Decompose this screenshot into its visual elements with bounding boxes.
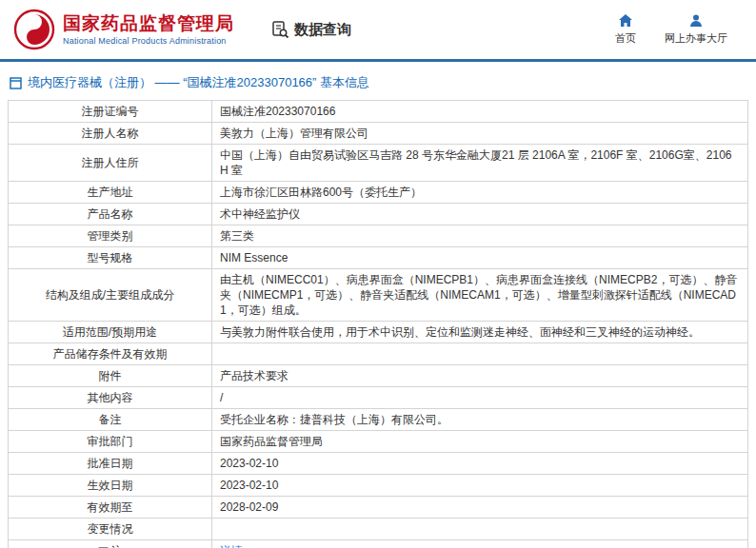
row-value: 上海市徐汇区田林路600号（委托生产）	[212, 182, 748, 204]
row-value: 产品技术要求	[212, 365, 748, 387]
home-icon	[618, 13, 633, 29]
row-label: 附件	[9, 365, 212, 387]
row-label: 变更情况	[9, 519, 212, 540]
row-label: 注册证编号	[9, 101, 212, 123]
table-row: 注册证编号国械注准20233070166	[9, 101, 748, 123]
nav-home-label: 首页	[615, 31, 636, 46]
row-label: 结构及组成/主要组成成分	[9, 269, 212, 322]
row-value: 由主机（NIMECC01）、病患界面盒（NIMECPB1）、病患界面盒连接线（N…	[212, 269, 748, 322]
row-label: 有效期至	[9, 497, 212, 519]
nmpa-emblem-icon	[13, 9, 55, 50]
info-table-body: 注册证编号国械注准20233070166注册人名称美敦力（上海）管理有限公司注册…	[9, 101, 748, 548]
row-value: 术中神经监护仪	[212, 204, 748, 225]
table-row: 变更情况	[9, 519, 748, 540]
header: 国家药品监督管理局 National Medical Products Admi…	[0, 0, 756, 59]
table-row: 生效日期2023-02-10	[9, 475, 748, 497]
row-value: 2023-02-10	[212, 475, 748, 497]
table-row: 产品储存条件及有效期	[9, 343, 748, 365]
row-value: /	[212, 387, 748, 409]
row-value: 中国（上海）自由贸易试验区马吉路 28 号东华金融大厦21 层 2106A 室，…	[212, 145, 748, 182]
row-label: 型号规格	[9, 247, 212, 269]
row-label: 产品储存条件及有效期	[9, 343, 212, 365]
nav-home[interactable]: 首页	[615, 13, 636, 46]
row-value	[212, 519, 748, 540]
row-value: NIM Essence	[212, 247, 748, 269]
row-label: 其他内容	[9, 387, 212, 409]
row-label: 管理类别	[9, 225, 212, 247]
row-value	[212, 343, 748, 365]
table-row: 管理类别第三类	[9, 225, 748, 247]
table-row: 产品名称术中神经监护仪	[9, 204, 748, 225]
row-label: 备注	[9, 409, 212, 431]
row-label: 生产地址	[9, 182, 212, 204]
row-label: 产品名称	[9, 204, 212, 225]
row-label: 生效日期	[9, 475, 212, 497]
detail-link[interactable]: 详情	[220, 544, 243, 548]
data-query-label: 数据查询	[270, 20, 351, 39]
row-value: 国械注准20233070166	[212, 101, 748, 123]
table-row: 审批部门国家药品监督管理局	[9, 431, 748, 453]
table-row: 型号规格NIM Essence	[9, 247, 748, 269]
row-value: 与美敦力附件联合使用，用于术中识别、定位和监测迷走神经、面神经和三叉神经的运动神…	[212, 322, 748, 343]
table-row: 适用范围/预期用途与美敦力附件联合使用，用于术中识别、定位和监测迷走神经、面神经…	[9, 322, 748, 343]
row-label: 注册人名称	[9, 123, 212, 145]
data-query-text: 数据查询	[294, 21, 351, 39]
person-icon	[688, 13, 704, 29]
table-row: 注详情	[9, 540, 748, 548]
table-row: 生产地址上海市徐汇区田林路600号（委托生产）	[9, 182, 748, 204]
brand: 国家药品监督管理局 National Medical Products Admi…	[13, 9, 234, 50]
row-value: 第三类	[212, 225, 748, 247]
table-row: 有效期至2028-02-09	[9, 497, 748, 519]
row-label: 批准日期	[9, 453, 212, 475]
table-row: 附件产品技术要求	[9, 365, 748, 387]
table-row: 备注受托企业名称：捷普科技（上海）有限公司。	[9, 409, 748, 431]
org-name-cn: 国家药品监督管理局	[63, 13, 234, 34]
info-table: 注册证编号国械注准20233070166注册人名称美敦力（上海）管理有限公司注册…	[8, 100, 748, 548]
nav-hall-label: 网上办事大厅	[665, 31, 727, 46]
table-row: 注册人住所中国（上海）自由贸易试验区马吉路 28 号东华金融大厦21 层 210…	[9, 145, 748, 182]
table-row: 批准日期2023-02-10	[9, 453, 748, 475]
top-nav: 首页 网上办事大厅	[615, 13, 743, 46]
row-value: 详情	[212, 540, 748, 548]
row-value: 2028-02-09	[212, 497, 748, 519]
table-row: 注册人名称美敦力（上海）管理有限公司	[9, 123, 748, 145]
row-value: 国家药品监督管理局	[212, 431, 748, 453]
row-value: 美敦力（上海）管理有限公司	[212, 123, 748, 145]
document-search-icon	[270, 20, 289, 39]
row-value: 2023-02-10	[212, 453, 748, 475]
page-title: 境内医疗器械（注册） —— “国械注准20233070166” 基本信息	[0, 62, 756, 100]
row-label: 注	[9, 540, 212, 548]
row-value: 受托企业名称：捷普科技（上海）有限公司。	[212, 409, 748, 431]
row-label: 注册人住所	[9, 145, 212, 182]
org-name-en: National Medical Products Administration	[63, 36, 234, 46]
row-label: 审批部门	[9, 431, 212, 453]
row-label: 适用范围/预期用途	[9, 322, 212, 343]
window-icon	[10, 77, 22, 89]
page-title-text: 境内医疗器械（注册） —— “国械注准20233070166” 基本信息	[28, 74, 369, 91]
table-row: 结构及组成/主要组成成分由主机（NIMECC01）、病患界面盒（NIMECPB1…	[9, 269, 748, 322]
nav-service-hall[interactable]: 网上办事大厅	[665, 13, 727, 46]
table-row: 其他内容/	[9, 387, 748, 409]
